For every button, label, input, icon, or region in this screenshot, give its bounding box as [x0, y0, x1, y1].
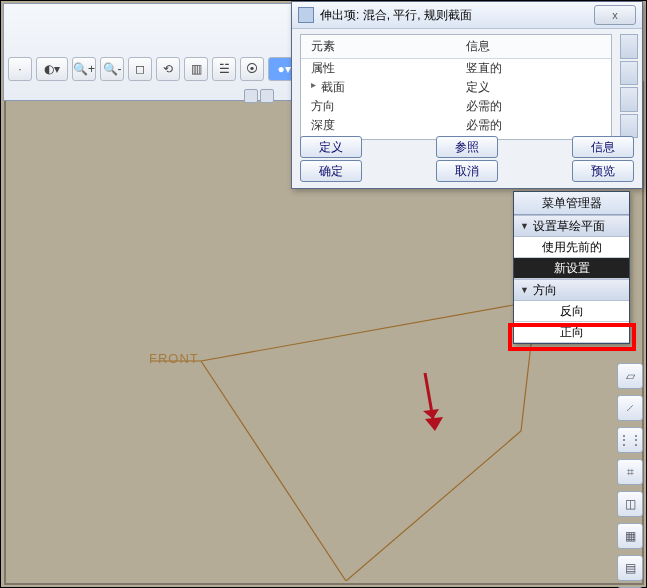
svg-marker-3 [425, 417, 443, 431]
side-tool-1[interactable] [620, 34, 638, 59]
view-manager-icon[interactable]: ▥ [184, 57, 208, 81]
row0-elem: 属性 [311, 61, 335, 75]
ref-button[interactable]: 参照 [436, 136, 498, 158]
col-info: 信息 [466, 39, 490, 53]
zoom-in-icon[interactable]: 🔍+ [72, 57, 96, 81]
row1-info: 定义 [466, 80, 490, 94]
zoom-out-icon[interactable]: 🔍- [100, 57, 124, 81]
mini-tool-1[interactable] [244, 89, 258, 103]
layers-icon[interactable]: ☱ [212, 57, 236, 81]
section-direction[interactable]: ▼ 方向 [514, 279, 629, 301]
mini-tool-strip [244, 89, 274, 101]
row0-info: 竖直的 [466, 61, 502, 75]
row1-elem: 截面 [321, 80, 345, 94]
svg-marker-2 [423, 409, 439, 419]
menu-item-reverse[interactable]: 反向 [514, 301, 629, 322]
dialog-icon [298, 7, 314, 23]
chevron-down-icon: ▼ [520, 221, 529, 231]
menu-manager-title[interactable]: 菜单管理器 [514, 192, 629, 215]
row2-elem: 方向 [311, 99, 335, 113]
mini-tool-2[interactable] [260, 89, 274, 103]
ok-button[interactable]: 确定 [300, 160, 362, 182]
extrude-dialog: 伸出项: 混合, 平行, 规则截面 x 元素 信息 属性 竖直的 ▸截面 定义 [291, 1, 643, 189]
shade-icon[interactable]: ▦ [617, 523, 643, 549]
mirror-icon[interactable]: ⌗ [617, 459, 643, 485]
col-element: 元素 [311, 39, 335, 53]
appearance-dropdown[interactable]: ◐▾ [36, 57, 68, 81]
define-button[interactable]: 定义 [300, 136, 362, 158]
datum-axis-icon[interactable]: ⟋ [617, 395, 643, 421]
cancel-button[interactable]: 取消 [436, 160, 498, 182]
menu-manager-panel: 菜单管理器 ▼ 设置草绘平面 使用先前的 新设置 ▼ 方向 反向 正向 [513, 191, 630, 344]
section-icon[interactable]: ◫ [617, 491, 643, 517]
preview-button[interactable]: 预览 [572, 160, 634, 182]
table-row: 方向 必需的 [301, 97, 611, 116]
menu-item-new-setup[interactable]: 新设置 [514, 258, 629, 279]
row2-info: 必需的 [466, 99, 502, 113]
viewport-canvas: · ◐▾ 🔍+ 🔍- ◻ ⟲ ▥ ☱ ⦿ ●▾ FRONT 伸出项: 混合, 平 [0, 0, 647, 588]
table-row: 深度 必需的 [301, 116, 611, 135]
expand-icon[interactable]: ▸ [311, 79, 321, 90]
spin-icon[interactable]: ⦿ [240, 57, 264, 81]
row3-info: 必需的 [466, 118, 502, 132]
side-tool-2[interactable] [620, 61, 638, 86]
front-datum-label: FRONT [149, 351, 199, 366]
dialog-element-list[interactable]: 元素 信息 属性 竖直的 ▸截面 定义 方向 必需的 深度 必需的 [300, 34, 612, 140]
row3-elem: 深度 [311, 118, 335, 132]
side-tool-3[interactable] [620, 87, 638, 112]
grid-icon[interactable]: ▤ [617, 555, 643, 581]
table-row: ▸截面 定义 [301, 78, 611, 97]
datum-plane-icon[interactable]: ▱ [617, 363, 643, 389]
menu-item-forward[interactable]: 正向 [514, 322, 629, 343]
close-icon: x [612, 9, 618, 21]
dialog-side-tools [620, 34, 638, 138]
zoom-fit-icon[interactable]: ◻ [128, 57, 152, 81]
direction-arrow [409, 369, 449, 439]
table-row: 属性 竖直的 [301, 59, 611, 79]
chevron-down-icon: ▼ [520, 285, 529, 295]
dialog-close-button[interactable]: x [594, 5, 636, 25]
section-sketch-plane[interactable]: ▼ 设置草绘平面 [514, 215, 629, 237]
csys-icon[interactable]: ⋮⋮ [617, 427, 643, 453]
info-button[interactable]: 信息 [572, 136, 634, 158]
tb-separator: · [8, 57, 32, 81]
right-icon-rail: ▱ ⟋ ⋮⋮ ⌗ ◫ ▦ ▤ ◉ [616, 363, 644, 588]
menu-item-use-prev[interactable]: 使用先前的 [514, 237, 629, 258]
side-tool-4[interactable] [620, 114, 638, 139]
refit-icon[interactable]: ⟲ [156, 57, 180, 81]
svg-line-1 [425, 373, 433, 419]
dialog-title: 伸出项: 混合, 平行, 规则截面 [320, 7, 472, 24]
dialog-titlebar[interactable]: 伸出项: 混合, 平行, 规则截面 x [292, 2, 642, 29]
top-toolbar: · ◐▾ 🔍+ 🔍- ◻ ⟲ ▥ ☱ ⦿ ●▾ [3, 3, 297, 101]
